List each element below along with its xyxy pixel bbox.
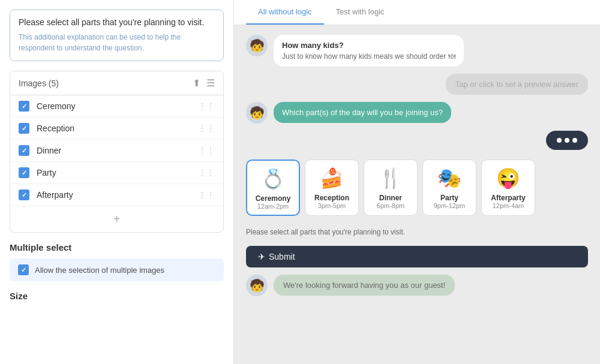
typing-dot-1: [557, 138, 562, 143]
checkbox-party[interactable]: [19, 167, 29, 178]
drag-icon-afterparty[interactable]: ⋮⋮: [198, 190, 215, 200]
dinner-title: Dinner: [369, 194, 412, 202]
typing-row: [246, 131, 588, 150]
question-box: Please select all parts that you're plan…: [10, 10, 224, 61]
dinner-time: 6pm-8pm: [369, 202, 412, 209]
chat-instruction: Please select all parts that you're plan…: [246, 228, 588, 236]
bot-avatar-bottom: 🧒: [246, 275, 268, 296]
top-question-bubble-wrap: How many kids? Just to know how many kid…: [274, 35, 464, 67]
images-section: Images (5) ⬆ ☰ Ceremony ⋮⋮ Reception ⋮⋮ …: [10, 71, 224, 233]
bottom-message-bubble: We're looking forward having you as our …: [274, 275, 455, 296]
tab-all-without-logic[interactable]: All without logic: [246, 0, 324, 25]
chat-area: 🧒 How many kids? Just to know how many k…: [234, 25, 600, 364]
add-image-button[interactable]: +: [10, 206, 223, 232]
ceremony-title: Ceremony: [252, 194, 294, 203]
top-question-text: How many kids?: [282, 41, 455, 50]
toggle-checkbox[interactable]: [18, 264, 29, 275]
party-time: 9pm-12pm: [428, 202, 471, 209]
item-label-dinner: Dinner: [37, 146, 198, 155]
image-card-reception[interactable]: 🍰 Reception 3pm-5pm: [305, 160, 359, 216]
menu-icon[interactable]: ☰: [206, 77, 215, 89]
afterparty-time: 12pm-4am: [487, 202, 530, 209]
submit-label: Submit: [269, 252, 295, 261]
bottom-message-row: 🧒 We're looking forward having you as ou…: [246, 275, 588, 296]
ceremony-emoji: 💍: [252, 167, 294, 191]
top-question-row: 🧒 How many kids? Just to know how many k…: [246, 35, 588, 67]
image-item-ceremony: Ceremony ⋮⋮: [10, 95, 223, 118]
image-item-reception: Reception ⋮⋮: [10, 118, 223, 140]
submit-button[interactable]: ✈ Submit: [246, 246, 588, 267]
checkbox-ceremony[interactable]: [19, 101, 29, 112]
images-section-title: Images (5): [19, 79, 59, 88]
toggle-label: Allow the selection of multiple images: [35, 266, 164, 275]
bot-question-bubble: Which part(s) of the day will you be joi…: [274, 102, 451, 123]
placeholder-answer-bubble[interactable]: Tap or click to set a preview answer: [446, 74, 588, 95]
bot-avatar-main: 🧒: [246, 102, 268, 124]
images-header-icons: ⬆ ☰: [193, 77, 215, 89]
right-panel: All without logic Test with logic 🧒 How …: [234, 0, 600, 364]
ceremony-time: 12am-2pm: [252, 203, 294, 210]
question-text: Please select all parts that you're plan…: [19, 17, 215, 27]
question-hint: This additional explanation can be used …: [19, 32, 215, 53]
item-label-party: Party: [37, 168, 198, 178]
image-card-ceremony[interactable]: 💍 Ceremony 12am-2pm: [246, 160, 300, 216]
drag-icon-dinner[interactable]: ⋮⋮: [198, 146, 215, 155]
toggle-option[interactable]: Allow the selection of multiple images: [10, 258, 224, 281]
drag-icon-party[interactable]: ⋮⋮: [198, 168, 215, 178]
party-emoji: 🎭: [428, 166, 471, 190]
dinner-emoji: 🍴: [369, 166, 412, 190]
left-panel: Please select all parts that you're plan…: [0, 0, 234, 364]
images-header: Images (5) ⬆ ☰: [10, 71, 223, 95]
submit-icon: ✈: [258, 252, 265, 261]
afterparty-emoji: 😜: [487, 166, 530, 190]
top-question-hint: Just to know how many kids meals we shou…: [282, 52, 455, 61]
typing-indicator: [546, 131, 588, 150]
party-title: Party: [428, 194, 471, 202]
image-item-dinner: Dinner ⋮⋮: [10, 140, 223, 162]
checkbox-dinner[interactable]: [19, 145, 29, 156]
typing-dot-3: [572, 138, 577, 143]
typing-dot-2: [565, 138, 569, 143]
item-label-reception: Reception: [37, 124, 198, 133]
size-title: Size: [10, 291, 224, 301]
tab-bar: All without logic Test with logic: [234, 0, 600, 25]
bot-question-row: 🧒 Which part(s) of the day will you be j…: [246, 102, 588, 124]
image-card-dinner[interactable]: 🍴 Dinner 6pm-8pm: [364, 160, 418, 216]
size-section: Size: [10, 291, 224, 301]
image-choices: 💍 Ceremony 12am-2pm 🍰 Reception 3pm-5pm …: [246, 160, 588, 216]
image-item-afterparty: Afterparty ⋮⋮: [10, 184, 223, 206]
multiple-select-title: Multiple select: [10, 242, 224, 252]
top-question-bubble: How many kids? Just to know how many kid…: [274, 35, 464, 67]
reception-time: 3pm-5pm: [310, 202, 353, 209]
afterparty-title: Afterparty: [487, 194, 530, 202]
drag-icon-ceremony[interactable]: ⋮⋮: [198, 101, 215, 111]
image-item-party: Party ⋮⋮: [10, 162, 223, 184]
image-card-afterparty[interactable]: 😜 Afterparty 12pm-4am: [481, 160, 535, 216]
item-label-afterparty: Afterparty: [37, 190, 198, 200]
drag-icon-reception[interactable]: ⋮⋮: [198, 124, 215, 133]
image-card-party[interactable]: 🎭 Party 9pm-12pm: [422, 160, 476, 216]
placeholder-answer-row: Tap or click to set a preview answer: [246, 74, 588, 95]
reception-emoji: 🍰: [310, 166, 353, 190]
checkbox-afterparty[interactable]: [19, 189, 29, 200]
multiple-select-section: Multiple select Allow the selection of m…: [10, 242, 224, 281]
checkbox-reception[interactable]: [19, 123, 29, 134]
bot-avatar-top: 🧒: [246, 35, 268, 56]
tab-test-with-logic[interactable]: Test with logic: [324, 0, 397, 25]
upload-icon[interactable]: ⬆: [193, 77, 200, 89]
reception-title: Reception: [310, 194, 353, 202]
item-label-ceremony: Ceremony: [37, 101, 198, 111]
